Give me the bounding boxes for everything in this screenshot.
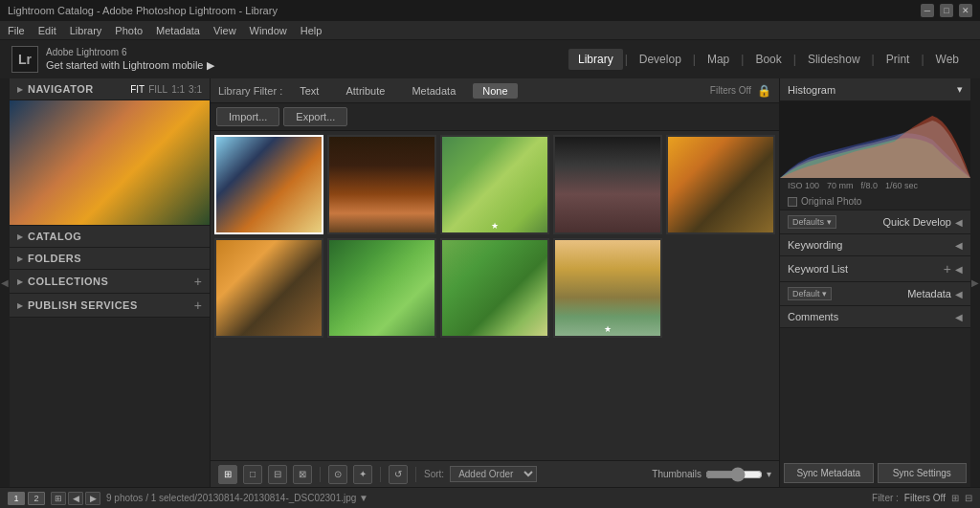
photo-cell-6[interactable]	[214, 238, 323, 338]
comments-header[interactable]: Comments ◀	[780, 306, 970, 327]
keywording-expand-icon: ◀	[955, 240, 963, 251]
grid-icon-button[interactable]: ⊞	[51, 492, 66, 505]
filter-lock-icon[interactable]: 🔒	[757, 84, 771, 98]
photo-cell-2[interactable]	[327, 135, 436, 234]
collections-title: Collections	[28, 276, 108, 287]
module-library[interactable]: Library	[568, 49, 623, 70]
filter-attribute-tab[interactable]: Attribute	[336, 83, 394, 99]
zoom-1-1-btn[interactable]: 1:1	[171, 84, 185, 95]
loupe-view-button[interactable]: □	[243, 465, 262, 484]
filter-text-tab[interactable]: Text	[290, 83, 328, 99]
filmstrip-dropdown-icon[interactable]: ▼	[359, 493, 368, 503]
photo-cell-9[interactable]: ★	[553, 238, 662, 338]
publish-services-add-button[interactable]: +	[194, 298, 202, 312]
folders-section: ▶ Folders	[10, 248, 210, 270]
metadata-expand-icon: ◀	[955, 289, 963, 299]
grid-view-button[interactable]: ⊞	[218, 465, 237, 484]
sync-metadata-button[interactable]: Sync Metadata	[784, 463, 874, 483]
publish-services-title: Publish Services	[28, 299, 138, 311]
photo-cell-4[interactable]	[553, 135, 662, 234]
quick-develop-header[interactable]: Defaults ▾ Quick Develop ◀	[780, 210, 970, 233]
filter-metadata-tab[interactable]: Metadata	[402, 83, 465, 99]
close-button[interactable]: ✕	[959, 4, 972, 17]
navigator-header[interactable]: ▶ Navigator FIT FILL 1:1 3:1	[10, 78, 210, 100]
rotate-left-button[interactable]: ↺	[389, 465, 408, 484]
left-panel-collapse[interactable]: ◀	[0, 78, 10, 487]
photo-cell-1[interactable]	[214, 135, 323, 234]
spray-can-button[interactable]: ⊙	[328, 465, 347, 484]
right-panel-collapse[interactable]: ▶	[970, 78, 980, 487]
module-map[interactable]: Map	[698, 49, 739, 70]
defaults-select[interactable]: Defaults ▾	[788, 215, 836, 229]
catalog-header[interactable]: ▶ Catalog	[10, 226, 210, 247]
compare-view-button[interactable]: ⊟	[268, 465, 287, 484]
zoom-fill-btn[interactable]: FILL	[148, 84, 167, 95]
filmstrip-nav-buttons: ⊞ ◀ ▶	[51, 492, 100, 505]
filters-off-button[interactable]: Filters Off	[904, 493, 946, 503]
sync-settings-button[interactable]: Sync Settings	[878, 463, 968, 483]
mobile-arrow-icon[interactable]: ▶	[207, 58, 214, 72]
photo-thumbnail-8	[442, 240, 547, 336]
menu-metadata[interactable]: Metadata	[156, 25, 200, 36]
menu-view[interactable]: View	[213, 25, 236, 36]
publish-services-section: ▶ Publish Services +	[10, 294, 210, 318]
metadata-select[interactable]: Default ▾	[788, 287, 832, 300]
survey-view-button[interactable]: ⊠	[293, 465, 312, 484]
topbar: Lr Adobe Lightroom 6 Get started with Li…	[0, 40, 980, 78]
menu-file[interactable]: File	[8, 25, 25, 36]
expand-filmstrip-icon[interactable]: ⊞	[951, 493, 959, 503]
photo-thumbnail-7	[329, 240, 434, 336]
photo-cell-5[interactable]	[666, 135, 775, 234]
comments-section: Comments ◀	[780, 306, 970, 328]
zoom-fit-btn[interactable]: FIT	[130, 84, 145, 95]
module-print[interactable]: Print	[877, 49, 920, 70]
zoom-3-1-btn[interactable]: 3:1	[189, 84, 202, 95]
export-button[interactable]: Export...	[283, 107, 347, 126]
import-button[interactable]: Import...	[216, 107, 279, 126]
photo-cell-8[interactable]	[440, 238, 549, 338]
grid-row-2: ★	[214, 238, 775, 338]
menu-photo[interactable]: Photo	[115, 25, 143, 36]
menu-window[interactable]: Window	[250, 25, 287, 36]
original-photo-checkbox[interactable]	[788, 197, 797, 207]
keywording-header[interactable]: Keywording ◀	[780, 234, 970, 255]
metadata-header[interactable]: Default ▾ Metadata ◀	[780, 282, 970, 305]
page-2-button[interactable]: 2	[28, 492, 45, 505]
menu-library[interactable]: Library	[70, 25, 102, 36]
photo-cell-3[interactable]: ★	[440, 135, 549, 234]
menu-edit[interactable]: Edit	[38, 25, 56, 36]
collections-add-button[interactable]: +	[194, 275, 202, 288]
module-web[interactable]: Web	[926, 49, 969, 70]
thumbnail-size-slider[interactable]	[705, 467, 763, 482]
photo-cell-7[interactable]	[327, 238, 436, 338]
painter-button[interactable]: ✦	[353, 465, 372, 484]
filter-bar: Library Filter : Text Attribute Metadata…	[211, 78, 779, 103]
comments-title: Comments	[788, 311, 838, 322]
sort-select[interactable]: Added Order Capture Time Edit Time Ratin…	[450, 466, 537, 482]
page-1-button[interactable]: 1	[8, 492, 25, 505]
collections-triangle-icon: ▶	[17, 277, 23, 286]
filter-none-tab[interactable]: None	[473, 83, 517, 99]
next-button[interactable]: ▶	[85, 492, 100, 505]
metadata-title: Metadata	[907, 288, 951, 299]
histogram-focal: 70 mm	[827, 181, 854, 190]
publish-services-header[interactable]: ▶ Publish Services +	[10, 294, 210, 317]
maximize-button[interactable]: □	[940, 4, 953, 17]
filmstrip-info-text: 9 photos / 1 selected/20130814-20130814-…	[106, 493, 368, 503]
collapse-filmstrip-icon[interactable]: ⊟	[965, 493, 972, 503]
keyword-list-add-button[interactable]: +	[944, 261, 951, 276]
folders-header[interactable]: ▶ Folders	[10, 248, 210, 269]
prev-button[interactable]: ◀	[68, 492, 83, 505]
menu-help[interactable]: Help	[301, 25, 323, 36]
photo-thumbnail-3	[442, 137, 547, 232]
filters-off-label: Filters Off	[710, 85, 751, 96]
quick-develop-title: Quick Develop	[882, 216, 951, 228]
histogram-header[interactable]: Histogram ▾	[780, 78, 970, 101]
module-book[interactable]: Book	[746, 49, 791, 70]
module-develop[interactable]: Develop	[630, 49, 691, 70]
navigator-title: Navigator	[28, 83, 94, 95]
collections-header[interactable]: ▶ Collections +	[10, 270, 210, 293]
minimize-button[interactable]: ─	[921, 4, 934, 17]
histogram-title: Histogram	[788, 84, 835, 96]
module-slideshow[interactable]: Slideshow	[798, 49, 870, 70]
